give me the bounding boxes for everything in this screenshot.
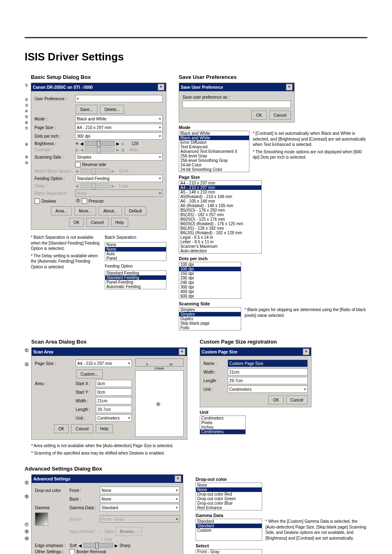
gamma-listbox[interactable]: Standard Standard Custom	[196, 519, 262, 541]
label-userpref: User Preference :	[35, 97, 74, 101]
sa-pagesize-dropdown[interactable]: A4 - 210 x 297 mm	[76, 360, 132, 367]
ruler-horizontal: 010	[135, 358, 184, 367]
userpref-dropdown[interactable]	[75, 95, 163, 102]
label-mode: Mode :	[35, 117, 74, 121]
basic-heading: Basic Setup Dialog Box	[31, 74, 166, 80]
saveuser-heading: Save User Preferences	[179, 74, 367, 80]
label-pagesize: Page Size :	[35, 125, 74, 130]
saveuser-input[interactable]	[182, 101, 291, 108]
close-icon[interactable]: ×	[158, 84, 164, 90]
delete-button[interactable]: Delete...	[100, 105, 124, 114]
deskew-checkbox[interactable]	[35, 199, 40, 204]
unit-listbox[interactable]: Centimeters Pixels Inches Centimeters	[200, 416, 246, 434]
about-button[interactable]: About...	[99, 206, 122, 215]
help-button[interactable]: Help	[96, 424, 113, 433]
customsize-dialog: Custom Page Size× Name : Custom Page Siz…	[200, 347, 311, 407]
pagesize-dropdown[interactable]: A4 - 210 x 297 mm	[75, 124, 163, 131]
ok-button[interactable]: OK	[268, 395, 283, 404]
close-icon[interactable]: ×	[303, 349, 309, 355]
edge-slider[interactable]	[83, 543, 113, 548]
custom-button[interactable]: Custom...	[76, 369, 103, 379]
close-icon[interactable]: ×	[175, 476, 181, 482]
batchsep-dropdown: None	[75, 189, 163, 197]
mode-listbox[interactable]: Black and White Black and White Error Di…	[179, 131, 249, 172]
startx-input[interactable]: 0cm	[96, 380, 132, 387]
more-button[interactable]: More...	[74, 206, 96, 215]
default-button[interactable]: Default	[125, 206, 147, 215]
length-input[interactable]: 29.7cm	[96, 406, 132, 413]
delay-slider	[80, 183, 110, 188]
close-icon[interactable]: ×	[179, 349, 185, 355]
gamma-preview	[35, 512, 48, 526]
gamma-dropdown[interactable]: Standard	[100, 504, 180, 511]
save-button[interactable]: Save...	[76, 105, 97, 114]
cancel-button[interactable]: Cancel	[286, 395, 308, 404]
annotation-numbers: ① ② ③ ④ ⑤ ⑥ ⑦ ⑧ ⑨ ⑩	[25, 83, 28, 330]
unit-dropdown[interactable]: Centimeters	[96, 414, 132, 422]
dropout-front-dropdown[interactable]: None	[100, 487, 180, 494]
basic-dialog: Canon DR-2050C on STI - 0000 × User Pref…	[31, 83, 166, 230]
feeding-dropdown[interactable]: Standard Feeding	[75, 175, 163, 182]
ok-button[interactable]: OK	[251, 111, 266, 120]
custom-width-input[interactable]: 21cm	[228, 368, 308, 376]
label-scanside: Scanning Side :	[35, 155, 74, 159]
dropout-back-dropdown[interactable]: None	[100, 495, 180, 503]
setfor-dropdown: Front - Gray	[100, 515, 180, 523]
mode-dropdown[interactable]: Black and White	[75, 115, 163, 122]
label-deskew: Deskew	[42, 199, 56, 203]
width-input[interactable]: 21cm	[96, 397, 132, 404]
label-contrast: Contrast :	[35, 148, 74, 152]
label-brightness: Brightness :	[35, 141, 74, 146]
dropout-listbox[interactable]: None None Drop-out color Red Drop-out co…	[196, 482, 262, 510]
ok-button[interactable]: OK	[69, 218, 84, 227]
help-button[interactable]: Help	[111, 218, 129, 227]
label-delay: Delay :	[35, 184, 74, 188]
reject-slider	[80, 169, 110, 173]
page-title: ISIS Driver Settings	[25, 51, 367, 63]
note-delay: * The Delay setting is available when th…	[31, 253, 101, 270]
custom-length-input[interactable]: 29.7cm	[228, 377, 308, 384]
scanside-listbox[interactable]: Simplex Simplex Duplex Skip blank page F…	[179, 307, 241, 330]
batch-listbox[interactable]: None None Auto Panel	[105, 242, 166, 261]
prescan-checkbox[interactable]	[82, 199, 87, 204]
label-prescan: Prescan	[89, 199, 104, 203]
label-feeding: Feeding Option :	[35, 176, 74, 181]
dpi-dropdown[interactable]: 300 dpi	[75, 132, 163, 140]
cancel-button[interactable]: Cancel	[71, 424, 93, 433]
area-button[interactable]: Area...	[51, 206, 72, 215]
dpi-listbox[interactable]: 100 dpi 100 dpi 150 dpi 200 dpi 240 dpi …	[179, 262, 241, 299]
feed-listbox[interactable]: Standard Feeding Standard Feeding Panel-…	[105, 270, 166, 289]
label-batchsep: Batch Separation :	[35, 191, 74, 196]
border-checkbox[interactable]	[69, 549, 75, 554]
cancel-button[interactable]: Cancel	[86, 218, 108, 227]
scanside-dropdown[interactable]: Simplex	[75, 153, 163, 161]
label-reject: Reject Black Space :	[35, 169, 74, 173]
scanarea-heading: Scan Area Dialog Box	[31, 339, 187, 345]
label-dpi: Dots per inch :	[35, 134, 74, 138]
ok-button[interactable]: OK	[54, 424, 69, 433]
saveuser-dialog: Save User Preference× Save user preferen…	[179, 83, 295, 122]
preview-area: ⑭	[135, 370, 184, 437]
starty-input[interactable]: 0cm	[96, 388, 132, 396]
select-listbox[interactable]: Front - Gray Front - Gray Front - Red Fr…	[196, 549, 262, 554]
custom-name-input[interactable]: Custom Page Size	[228, 360, 308, 367]
advanced-dialog: Advanced Settings× Drop-out color Front …	[31, 474, 183, 554]
advanced-heading: Advanced Settings Dialog Box	[25, 466, 367, 472]
reverse-checkbox[interactable]	[75, 162, 81, 167]
scanarea-dialog: Scan Area× Page Size : A4 - 210 x 297 mm…	[31, 347, 187, 440]
close-icon[interactable]: ×	[286, 84, 293, 90]
note-batch: * Batch Separation is not available when…	[31, 235, 101, 252]
pagesize-listbox[interactable]: A4 - 210 x 297 mm A4 - 210 x 297 mm A5 -…	[179, 180, 262, 254]
cancel-button[interactable]: Cancel	[269, 111, 291, 120]
custom-unit-dropdown[interactable]: Centimeters	[228, 385, 308, 393]
browse-button: Browse...	[115, 527, 142, 536]
contrast-slider	[85, 147, 115, 152]
brightness-slider[interactable]	[85, 141, 115, 146]
dialog-title-text: Canon DR-2050C on STI - 0000	[33, 85, 93, 90]
label-reverse: Reverse side	[82, 162, 106, 167]
